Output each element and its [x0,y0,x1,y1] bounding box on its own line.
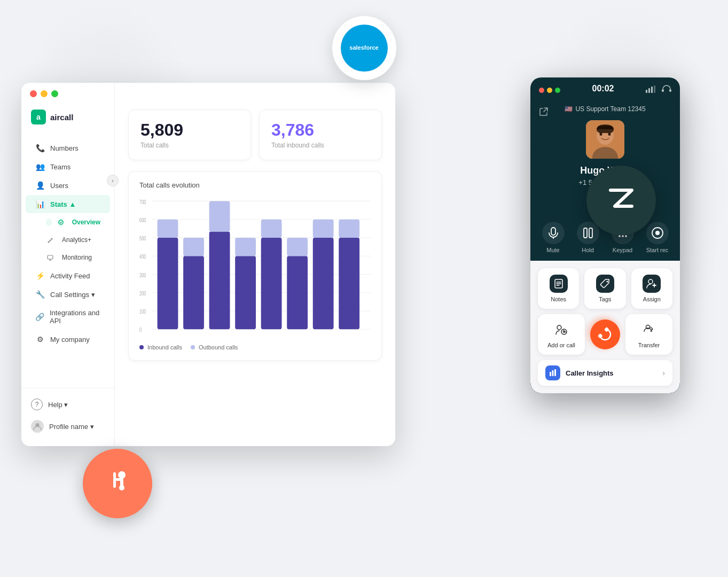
svg-rect-28 [662,89,664,92]
profile-avatar [31,420,44,433]
sidebar-item-overview[interactable]: Overview [26,214,110,231]
dialer-window: 00:02 [530,77,680,393]
svg-rect-38 [589,228,592,238]
inbound-calls-label: Total inbound calls [271,142,370,149]
stat-cards: 5,809 Total calls 3,786 Total inbound ca… [128,110,382,160]
phone-icon: 📞 [35,144,45,152]
bar-1-inbound [158,220,178,238]
sidebar-item-teams[interactable]: 👥 Teams [26,158,110,176]
bar-3-outbound [209,232,230,330]
main-content: 5,809 Total calls 3,786 Total inbound ca… [115,83,395,446]
hold-button[interactable]: Hold [577,222,599,253]
zendesk-logo [605,182,637,219]
transfer-button[interactable]: Transfer [625,314,672,355]
external-icon[interactable] [539,107,549,119]
chart-section: Total calls evolution 700 600 500 400 30… [128,171,382,361]
help-icon: ? [31,399,43,410]
add-or-call-button[interactable]: Add or call [538,314,585,355]
total-calls-number: 5,809 [140,121,239,139]
sidebar-item-stats[interactable]: 📊 Stats ▲ [26,195,110,213]
users-icon: 👤 [35,181,45,190]
chart-legend: Inbound calls Outbound calls [139,344,371,350]
svg-point-58 [557,325,561,330]
add-or-call-label: Add or call [547,342,575,348]
transfer-label: Transfer [638,342,660,348]
assign-button[interactable]: Assign [631,268,672,309]
hold-icon [577,222,599,244]
y-label-300: 300 [139,272,146,278]
sidebar-item-users[interactable]: 👤 Users [26,176,110,194]
profile-name-label: Profile name ▾ [49,423,94,431]
total-calls-label: Total calls [140,142,239,149]
mute-button[interactable]: Mute [542,222,565,253]
profile-item[interactable]: Profile name ▾ [21,415,114,438]
sidebar: a aircall ‹ 📞 Numbers 👥 Teams 👤 Users 📊 … [21,83,115,446]
bar-1-outbound [158,238,178,329]
stats-icon: 📊 [35,200,45,208]
salesforce-logo: salesforce [341,25,388,72]
caller-insights-bar[interactable]: Caller Insights › [538,360,672,386]
svg-point-45 [619,235,621,237]
caller-insights-label: Caller Insights [566,369,657,377]
svg-rect-12 [48,255,53,259]
caller-avatar-svg [586,120,624,159]
dialer-traffic-green[interactable] [555,88,560,93]
sidebar-item-analytics[interactable]: Analytics+ [26,231,110,248]
hold-label: Hold [582,247,594,253]
traffic-green[interactable] [51,90,58,97]
start-rec-button[interactable]: Start rec [646,222,669,253]
svg-point-0 [118,471,126,479]
svg-rect-29 [669,89,671,92]
teams-icon: 👥 [35,162,45,171]
headset-icon [662,85,671,96]
svg-point-46 [622,235,624,237]
svg-rect-5 [113,472,116,479]
hubspot-logo [101,464,134,503]
sidebar-item-numbers[interactable]: 📞 Numbers [26,139,110,157]
tags-icon [596,275,614,293]
bar-2-inbound [183,238,204,256]
sidebar-item-call-settings[interactable]: 🔧 Call Settings ▾ [26,285,110,303]
outbound-legend-dot [191,345,195,349]
svg-rect-64 [552,370,554,376]
caller-avatar [586,120,624,159]
sidebar-item-monitoring[interactable]: Monitoring [26,249,110,266]
hangup-button[interactable] [584,313,626,355]
bar-6-inbound [287,238,308,256]
y-label-400: 400 [139,254,146,260]
salesforce-badge: salesforce [332,16,396,80]
salesforce-text: salesforce [349,44,378,51]
bar-2-outbound [183,256,204,329]
sidebar-logo-area: a aircall [21,110,114,133]
help-item[interactable]: ? Help ▾ [21,394,114,415]
bar-4-outbound [235,256,256,329]
sidebar-item-activity[interactable]: ⚡ Activity Feed [26,267,110,285]
sidebar-item-integrations[interactable]: 🔗 Integrations and API [26,304,110,330]
hangup-icon [596,325,615,345]
notes-button[interactable]: Notes [538,268,579,309]
inbound-legend-dot [139,345,144,349]
traffic-red[interactable] [30,90,37,97]
svg-rect-37 [584,228,587,238]
mute-icon [542,222,565,244]
signal-icon [646,85,655,95]
bar-5-outbound [261,238,282,329]
total-calls-card: 5,809 Total calls [128,110,251,160]
svg-line-11 [51,239,51,240]
dialer-traffic-yellow[interactable] [547,88,552,93]
tags-button[interactable]: Tags [584,268,625,309]
dialer-traffic-red[interactable] [539,88,544,93]
notes-icon [550,275,568,293]
traffic-yellow[interactable] [41,90,48,97]
call-settings-icon: 🔧 [35,290,45,299]
dialer-topbar: 00:02 [530,77,680,101]
y-label-500: 500 [139,236,146,241]
svg-rect-26 [651,87,653,93]
sidebar-item-company[interactable]: ⚙ My company [26,330,110,348]
add-or-call-icon [552,321,570,339]
y-label-200: 200 [139,291,146,297]
y-label-100: 100 [139,309,146,315]
notes-label: Notes [551,296,566,302]
sidebar-collapse-button[interactable]: ‹ [107,175,119,186]
sidebar-bottom: ? Help ▾ Profile name ▾ [21,388,114,446]
